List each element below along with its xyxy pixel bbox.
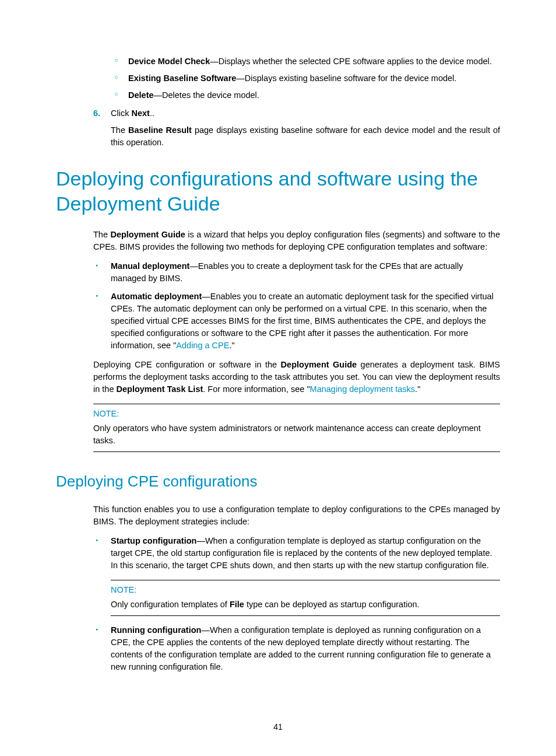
list-item: Delete—Deletes the device model. <box>114 89 500 102</box>
step-number: 6. <box>93 107 100 120</box>
list-item: Automatic deployment—Enables you to crea… <box>93 290 500 352</box>
list-item: Startup configuration—When a configurati… <box>93 535 500 572</box>
note-title: NOTE: <box>93 408 500 420</box>
heading-cpe-config: Deploying CPE configurations <box>56 471 500 493</box>
step-result: The Baseline Result page displays existi… <box>111 124 500 149</box>
note-body: Only operators who have system administr… <box>93 422 500 447</box>
numbered-steps: 6. Click Next.. The Baseline Result page… <box>93 107 500 149</box>
list-item: Manual deployment—Enables you to create … <box>93 260 500 285</box>
link-adding-cpe[interactable]: Adding a CPE <box>176 341 229 350</box>
link-managing-tasks[interactable]: Managing deployment tasks <box>310 384 416 394</box>
note-box: NOTE: Only configuration templates of Fi… <box>111 580 500 616</box>
heading-deploying-guide: Deploying configurations and software us… <box>56 166 500 216</box>
deploy-paragraph: Deploying CPE configuration or software … <box>93 359 500 396</box>
desc: —Displays existing baseline software for… <box>236 74 456 83</box>
note-body: Only configuration templates of File typ… <box>111 598 500 611</box>
note-box: NOTE: Only operators who have system adm… <box>93 404 500 452</box>
term: Delete <box>128 90 154 100</box>
sub-option-list: Device Model Check—Displays whether the … <box>114 55 500 102</box>
step-text: Click Next.. <box>111 108 154 118</box>
term: Device Model Check <box>128 57 210 66</box>
list-item: Existing Baseline Software—Displays exis… <box>114 72 500 85</box>
h2-intro: This function enables you to use a confi… <box>93 503 500 528</box>
strategies-list-2: Running configuration—When a configurati… <box>93 624 500 673</box>
desc: —Deletes the device model. <box>154 90 259 100</box>
desc: —Displays whether the selected CPE softw… <box>210 57 492 66</box>
term: Startup configuration <box>111 536 196 545</box>
methods-list: Manual deployment—Enables you to create … <box>93 260 500 352</box>
strategies-list: Startup configuration—When a configurati… <box>93 535 500 572</box>
term: Manual deployment <box>111 261 189 271</box>
term: Automatic deployment <box>111 292 202 301</box>
term: Existing Baseline Software <box>128 74 236 83</box>
step-6: 6. Click Next.. The Baseline Result page… <box>93 107 500 149</box>
note-title: NOTE: <box>111 584 500 596</box>
page-number: 41 <box>0 721 556 733</box>
intro-paragraph: The Deployment Guide is a wizard that he… <box>93 229 500 253</box>
term: Running configuration <box>111 625 201 635</box>
list-item: Running configuration—When a configurati… <box>93 624 500 673</box>
list-item: Device Model Check—Displays whether the … <box>114 55 500 68</box>
